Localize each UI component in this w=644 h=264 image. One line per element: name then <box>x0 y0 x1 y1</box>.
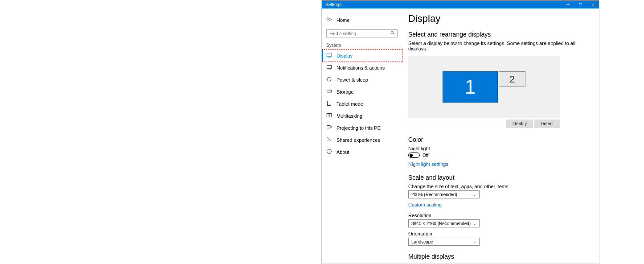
scale-desc: Change the size of text, apps, and other… <box>408 184 595 189</box>
sidebar-item-label: Display <box>336 53 353 58</box>
chevron-down-icon: ⌄ <box>473 239 476 244</box>
sidebar-section-label: System <box>322 43 402 50</box>
svg-point-4 <box>328 19 330 21</box>
resolution-label: Resolution <box>408 213 595 218</box>
svg-point-22 <box>329 150 329 150</box>
night-light-label: Night light <box>408 146 595 151</box>
monitor-icon <box>326 52 332 59</box>
sidebar-item-about[interactable]: About <box>322 146 402 158</box>
sidebar-item-label: Multitasking <box>336 113 362 119</box>
gear-icon <box>326 16 332 23</box>
svg-rect-7 <box>327 53 332 56</box>
sidebar-item-label: Storage <box>336 89 354 95</box>
sidebar-item-projecting[interactable]: Projecting to this PC <box>322 122 402 134</box>
sidebar-home-label: Home <box>336 17 349 23</box>
orientation-label: Orientation <box>408 231 595 236</box>
detect-button[interactable]: Detect <box>534 120 560 128</box>
section-multiple-displays: Multiple displays <box>408 253 595 260</box>
projecting-icon <box>326 124 332 131</box>
scale-value: 200% (Recommended) <box>411 192 457 197</box>
svg-point-5 <box>391 31 394 34</box>
tablet-icon <box>326 100 332 107</box>
sidebar-item-label: Notifications & actions <box>336 65 385 70</box>
power-icon <box>326 76 332 83</box>
chevron-down-icon: ⌄ <box>473 221 476 226</box>
storage-icon <box>326 88 332 95</box>
close-button[interactable] <box>587 0 599 8</box>
sidebar-item-tablet[interactable]: Tablet mode <box>322 98 402 110</box>
display-box-2[interactable]: 2 <box>499 71 525 87</box>
svg-rect-1 <box>579 3 582 6</box>
window-title: Settings <box>325 2 341 7</box>
night-light-state: Off <box>422 153 428 158</box>
svg-line-6 <box>393 33 394 35</box>
sidebar-home[interactable]: Home <box>322 15 402 25</box>
sidebar-item-label: About <box>336 149 349 155</box>
night-light-settings-link[interactable]: Night light settings <box>408 161 595 167</box>
sidebar-item-storage[interactable]: Storage <box>322 86 402 98</box>
main-panel: Display Select and rearrange displays Se… <box>402 8 599 264</box>
chevron-down-icon: ⌄ <box>473 192 476 197</box>
night-light-toggle[interactable] <box>408 153 420 158</box>
orientation-value: Landscape <box>411 239 433 244</box>
display-arrangement-area[interactable]: 1 2 <box>408 56 560 118</box>
page-title: Display <box>408 13 595 25</box>
section-color: Color <box>408 136 595 143</box>
identify-button[interactable]: Identify <box>506 120 533 128</box>
section-select-rearrange: Select and rearrange displays <box>408 31 595 38</box>
sidebar-item-label: Power & sleep <box>336 77 368 82</box>
about-icon <box>326 148 332 155</box>
orientation-dropdown[interactable]: Landscape ⌄ <box>408 238 480 246</box>
sidebar-item-power[interactable]: Power & sleep <box>322 74 402 86</box>
sidebar-item-shared[interactable]: Shared experiences <box>322 134 402 146</box>
section-scale-layout: Scale and layout <box>408 174 595 181</box>
svg-rect-16 <box>327 113 329 117</box>
svg-rect-18 <box>327 125 330 128</box>
select-desc: Select a display below to change its set… <box>408 41 595 51</box>
sidebar-item-multitasking[interactable]: Multitasking <box>322 110 402 122</box>
notifications-icon <box>326 64 332 71</box>
sidebar: Home System Display Notifications & acti… <box>322 8 402 264</box>
svg-point-15 <box>329 104 329 105</box>
sidebar-item-label: Tablet mode <box>336 101 363 107</box>
settings-window: Settings Home <box>321 0 599 264</box>
scale-dropdown[interactable]: 200% (Recommended) ⌄ <box>408 190 480 198</box>
sidebar-item-label: Shared experiences <box>336 137 380 143</box>
search-icon <box>390 31 395 36</box>
sidebar-item-display[interactable]: Display <box>322 50 402 62</box>
sidebar-item-notifications[interactable]: Notifications & actions <box>322 62 402 74</box>
shared-icon <box>326 136 332 143</box>
sidebar-item-label: Projecting to this PC <box>336 125 381 131</box>
titlebar: Settings <box>322 0 599 8</box>
resolution-dropdown[interactable]: 3840 × 2160 (Recommended) ⌄ <box>408 219 480 227</box>
resolution-value: 3840 × 2160 (Recommended) <box>411 221 471 226</box>
svg-rect-9 <box>327 65 332 68</box>
maximize-button[interactable] <box>574 0 587 8</box>
display-box-1[interactable]: 1 <box>443 71 498 103</box>
svg-rect-17 <box>329 113 332 117</box>
svg-point-13 <box>330 91 331 91</box>
search-input[interactable] <box>326 29 398 37</box>
minimize-button[interactable] <box>562 0 574 8</box>
custom-scaling-link[interactable]: Custom scaling <box>408 202 595 207</box>
multitasking-icon <box>326 112 332 119</box>
